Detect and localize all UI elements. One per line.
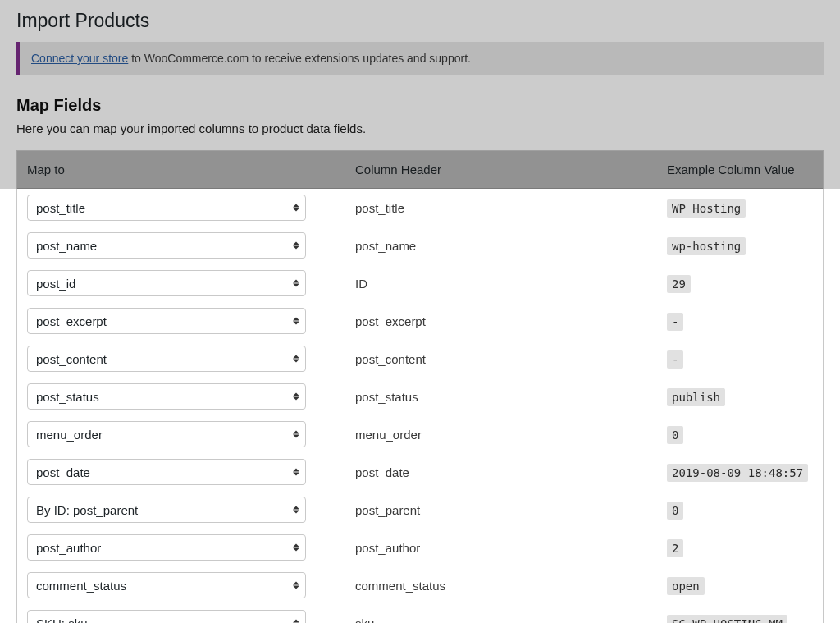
map-to-select[interactable]: post_name <box>27 232 306 259</box>
map-to-select[interactable]: post_title <box>27 195 306 221</box>
map-to-select[interactable]: post_author <box>27 534 306 561</box>
map-to-select[interactable]: post_status <box>27 383 306 410</box>
th-example: Example Column Value <box>657 151 823 189</box>
example-value: WP Hosting <box>667 199 746 218</box>
notice-text: to WooCommerce.com to receive extensions… <box>128 52 471 65</box>
map-to-select[interactable]: post_date <box>27 459 306 485</box>
map-to-select[interactable]: post_excerpt <box>27 308 306 334</box>
th-map-to: Map to <box>17 151 345 189</box>
table-row: post_datepost_date2019-08-09 18:48:57 <box>17 453 823 491</box>
column-header-value: menu_order <box>345 415 657 453</box>
section-description: Here you can map your imported columns t… <box>0 121 840 150</box>
example-value: SG-WP-HOSTING-MM <box>667 615 788 624</box>
example-value: 0 <box>667 502 683 520</box>
table-row: comment_statuscomment_statusopen <box>17 566 823 604</box>
column-header-value: post_title <box>345 189 657 227</box>
table-row: SKU: skuskuSG-WP-HOSTING-MM <box>17 604 823 623</box>
column-header-value: post_status <box>345 378 657 415</box>
example-value: 0 <box>667 426 683 444</box>
table-row: By ID: post_parentpost_parent0 <box>17 491 823 529</box>
th-column-header: Column Header <box>345 151 657 189</box>
table-row: post_authorpost_author2 <box>17 529 823 566</box>
page-title: Import Products <box>0 0 840 42</box>
column-header-value: comment_status <box>345 566 657 604</box>
map-to-select[interactable]: menu_order <box>27 421 306 447</box>
example-value: - <box>667 350 683 369</box>
example-value: open <box>667 577 705 595</box>
map-to-select[interactable]: post_content <box>27 346 306 372</box>
example-value: 2019-08-09 18:48:57 <box>667 464 808 482</box>
table-row: post_namepost_namewp-hosting <box>17 227 823 264</box>
column-header-value: post_name <box>345 227 657 264</box>
connect-store-link[interactable]: Connect your store <box>31 52 128 65</box>
column-header-value: post_author <box>345 529 657 566</box>
column-header-value: ID <box>345 264 657 302</box>
section-title: Map Fields <box>0 88 840 121</box>
column-header-value: post_excerpt <box>345 302 657 340</box>
example-value: wp-hosting <box>667 237 746 255</box>
example-value: 2 <box>667 539 683 557</box>
map-fields-table: Map to Column Header Example Column Valu… <box>17 151 823 189</box>
map-to-select[interactable]: comment_status <box>27 572 306 598</box>
map-to-select[interactable]: SKU: sku <box>27 610 306 623</box>
table-row: post_statuspost_statuspublish <box>17 378 823 415</box>
column-header-value: post_content <box>345 340 657 378</box>
table-row: menu_ordermenu_order0 <box>17 415 823 453</box>
column-header-value: sku <box>345 604 657 623</box>
map-to-select[interactable]: By ID: post_parent <box>27 497 306 523</box>
column-header-value: post_date <box>345 453 657 491</box>
map-to-select[interactable]: post_id <box>27 270 306 296</box>
column-header-value: post_parent <box>345 491 657 529</box>
example-value: publish <box>667 388 725 406</box>
table-row: post_titlepost_titleWP Hosting <box>17 189 823 227</box>
example-value: 29 <box>667 275 691 293</box>
table-row: post_contentpost_content- <box>17 340 823 378</box>
connect-store-notice: Connect your store to WooCommerce.com to… <box>16 42 824 75</box>
table-row: post_idID29 <box>17 264 823 302</box>
example-value: - <box>667 313 683 331</box>
table-row: post_excerptpost_excerpt- <box>17 302 823 340</box>
